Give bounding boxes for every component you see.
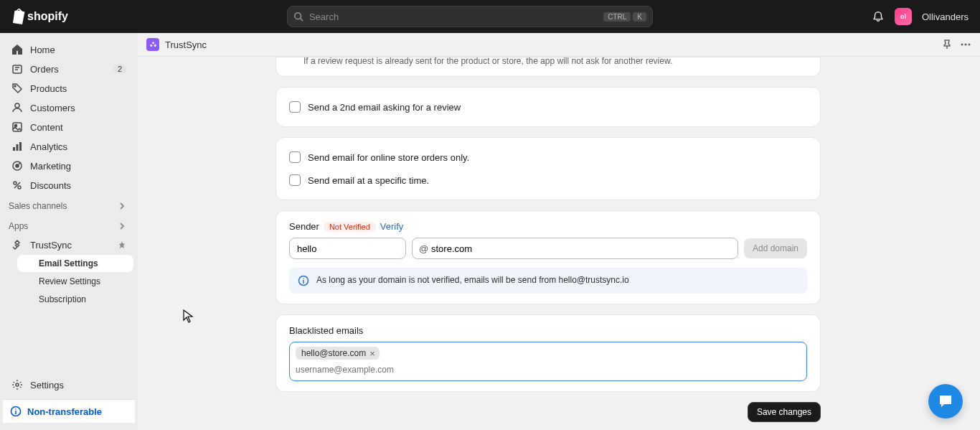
- checkbox-second-email-row[interactable]: Send a 2nd email asking for a review: [289, 98, 807, 116]
- sidebar-sub-subscription[interactable]: Subscription: [17, 291, 133, 308]
- topbar-right: ol Ollivanders: [872, 8, 969, 25]
- content-icon: [11, 121, 23, 133]
- sidebar-item-customers[interactable]: Customers: [4, 98, 133, 117]
- card-review-hint: If a review request is already sent for …: [275, 57, 821, 77]
- svg-point-12: [18, 186, 21, 189]
- nav-label: Home: [30, 45, 55, 55]
- sidebar-item-home[interactable]: Home: [4, 40, 133, 59]
- svg-point-2: [14, 85, 16, 87]
- sidebar-settings[interactable]: Settings: [4, 375, 133, 394]
- nav-label: TrustSync: [30, 240, 72, 251]
- checkbox-specific-time[interactable]: [289, 174, 301, 186]
- save-row: Save changes: [275, 402, 821, 422]
- nav-label: Settings: [30, 380, 64, 391]
- analytics-icon: [11, 141, 23, 152]
- content-area: TrustSync If a review request is already…: [138, 33, 980, 430]
- app-header: TrustSync: [138, 33, 980, 57]
- sidebar-item-products[interactable]: Products: [4, 79, 133, 98]
- checkbox-label: Send email for online store orders only.: [308, 152, 469, 163]
- sender-label: Sender: [289, 221, 319, 232]
- checkbox-second-email[interactable]: [289, 101, 301, 113]
- checkbox-label: Send a 2nd email asking for a review: [308, 102, 461, 113]
- svg-point-11: [14, 182, 17, 184]
- svg-rect-6: [13, 147, 15, 151]
- home-icon: [11, 44, 23, 55]
- verify-link[interactable]: Verify: [380, 221, 404, 232]
- review-hint-text: If a review request is already sent for …: [289, 56, 807, 66]
- nav-label: Review Settings: [39, 276, 100, 286]
- checkbox-online-only[interactable]: [289, 151, 301, 163]
- card-blacklist: Blacklisted emails hello@store.com ×: [275, 314, 821, 392]
- topbar: shopify Search CTRL K ol Ollivanders: [0, 0, 980, 33]
- tag-text: hello@store.com: [301, 348, 366, 358]
- nav-label: Email Settings: [39, 258, 98, 268]
- kbd-ctrl: CTRL: [603, 12, 631, 22]
- chevron-right-icon: [118, 202, 126, 210]
- info-icon: [298, 275, 309, 286]
- gear-icon: [11, 379, 23, 391]
- section-sales-channels[interactable]: Sales channels: [4, 195, 133, 215]
- nav-label: Customers: [30, 103, 75, 113]
- sidebar-item-marketing[interactable]: Marketing: [4, 156, 133, 175]
- info-message: As long as your domain is not verified, …: [316, 275, 629, 286]
- blacklist-box[interactable]: hello@store.com ×: [289, 342, 807, 381]
- chat-icon: [937, 393, 954, 410]
- svg-point-17: [969, 44, 971, 46]
- sender-local-input[interactable]: [289, 238, 406, 259]
- save-button[interactable]: Save changes: [748, 402, 821, 422]
- card-email-options: Send email for online store orders only.…: [275, 137, 821, 200]
- sender-inputs: @ Add domain: [289, 238, 807, 259]
- search-placeholder: Search: [309, 11, 339, 22]
- blacklist-input[interactable]: [296, 363, 801, 376]
- card-sender: Sender Not Verified Verify @ Add domain …: [275, 210, 821, 304]
- pin-icon[interactable]: [118, 240, 126, 249]
- sidebar-item-orders[interactable]: Orders 2: [4, 60, 133, 78]
- customers-icon: [11, 102, 23, 113]
- sidebar-item-analytics[interactable]: Analytics: [4, 137, 133, 156]
- products-icon: [11, 83, 23, 94]
- non-transferable-label: Non-transferable: [27, 406, 102, 417]
- non-transferable-banner[interactable]: Non-transferable: [3, 399, 135, 423]
- search-kbd: CTRL K: [603, 12, 646, 22]
- nav-label: Orders: [30, 64, 59, 75]
- username[interactable]: Ollivanders: [922, 11, 969, 22]
- sender-domain-input[interactable]: [412, 238, 738, 259]
- shopify-bag-icon: [11, 9, 26, 24]
- svg-point-13: [16, 383, 19, 386]
- sidebar-sub-review-settings[interactable]: Review Settings: [17, 273, 133, 290]
- sidebar-item-content[interactable]: Content: [4, 118, 133, 136]
- sidebar-sub-email-settings[interactable]: Email Settings: [17, 255, 133, 272]
- nav-label: Marketing: [30, 161, 71, 172]
- brand-text: shopify: [27, 10, 68, 23]
- sender-label-row: Sender Not Verified Verify: [289, 221, 807, 232]
- svg-point-0: [295, 13, 301, 19]
- more-icon[interactable]: [960, 39, 971, 50]
- app-title: TrustSync: [165, 39, 207, 50]
- card-second-email: Send a 2nd email asking for a review: [275, 87, 821, 127]
- checkbox-label: Send email at a specific time.: [308, 175, 429, 186]
- shopify-logo[interactable]: shopify: [11, 9, 68, 24]
- nav-label: Analytics: [30, 141, 67, 152]
- avatar[interactable]: ol: [895, 8, 912, 25]
- svg-rect-8: [19, 142, 22, 151]
- sidebar-app-trustsync[interactable]: TrustSync: [4, 235, 133, 254]
- chevron-right-icon: [118, 222, 126, 230]
- svg-rect-7: [17, 144, 19, 151]
- checkbox-online-only-row[interactable]: Send email for online store orders only.: [289, 148, 807, 167]
- section-apps[interactable]: Apps: [4, 215, 133, 235]
- info-icon: [10, 406, 22, 417]
- blacklist-label: Blacklisted emails: [289, 325, 807, 336]
- svg-point-15: [961, 44, 963, 46]
- add-domain-button[interactable]: Add domain: [744, 238, 807, 258]
- nav-label: Discounts: [30, 180, 71, 191]
- tag-remove-icon[interactable]: ×: [369, 349, 375, 358]
- pin-icon[interactable]: [941, 39, 953, 50]
- app-badge-icon: [146, 38, 159, 51]
- domain-info-banner: As long as your domain is not verified, …: [289, 268, 807, 294]
- chat-bubble[interactable]: [928, 384, 963, 419]
- sidebar-item-discounts[interactable]: Discounts: [4, 176, 133, 195]
- sidebar: Home Orders 2 Products Customers Content…: [0, 33, 138, 430]
- search-box[interactable]: Search CTRL K: [287, 6, 653, 27]
- bell-icon[interactable]: [872, 10, 885, 23]
- checkbox-specific-time-row[interactable]: Send email at a specific time.: [289, 171, 807, 190]
